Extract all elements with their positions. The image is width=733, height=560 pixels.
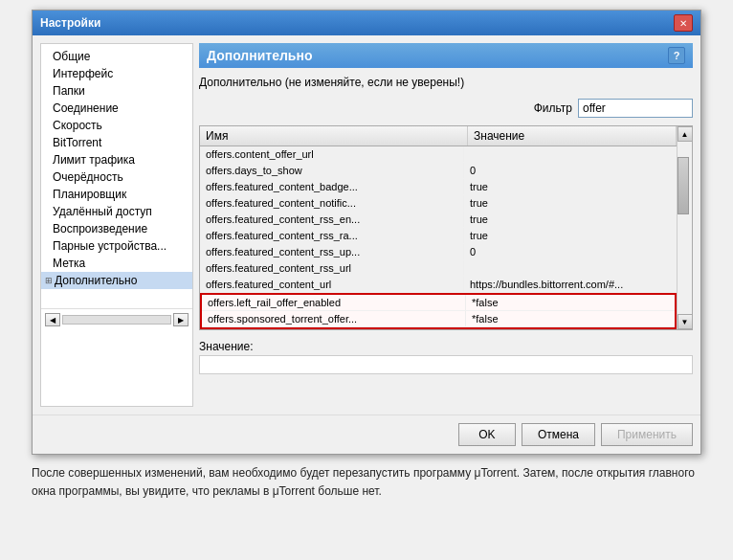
scroll-up-button[interactable]: ▲ xyxy=(677,126,693,142)
sidebar-forward-button[interactable]: ▶ xyxy=(173,313,189,326)
table-row[interactable]: offers.featured_content_rss_url xyxy=(200,260,677,277)
column-value: Значение xyxy=(468,126,677,146)
sidebar-scroll-track[interactable] xyxy=(62,315,171,325)
sidebar-item-playback[interactable]: Воспроизведение xyxy=(41,220,192,237)
close-button[interactable]: ✕ xyxy=(674,14,693,32)
table-row[interactable]: offers.featured_content_rss_up... 0 xyxy=(200,244,677,260)
value-label: Значение: xyxy=(199,340,693,353)
sidebar-back-button[interactable]: ◀ xyxy=(45,313,60,326)
sidebar-item-remote[interactable]: Удалённый доступ xyxy=(41,203,192,220)
content-subtitle: Дополнительно (не изменяйте, если не уве… xyxy=(199,74,693,91)
table-row-highlighted[interactable]: offers.sponsored_torrent_offer... *false xyxy=(202,311,675,327)
table-row[interactable]: offers.featured_content_url https://bund… xyxy=(200,277,677,293)
sidebar-item-label[interactable]: Метка xyxy=(41,255,192,272)
settings-table: Имя Значение offers.content_offer_url of… xyxy=(200,126,677,329)
content-area: Дополнительно ? Дополнительно (не изменя… xyxy=(199,43,693,407)
sidebar-item-folders[interactable]: Папки xyxy=(41,82,192,100)
filter-label: Фильтр xyxy=(534,101,572,115)
window-title: Настройки xyxy=(40,16,100,30)
table-body: offers.content_offer_url offers.days_to_… xyxy=(200,146,677,329)
table-row[interactable]: offers.featured_content_notific... true xyxy=(200,195,677,212)
table-row[interactable]: offers.content_offer_url xyxy=(200,146,677,163)
sidebar-item-bittorrent[interactable]: BitTorrent xyxy=(41,134,192,151)
sidebar-item-connection[interactable]: Соединение xyxy=(41,100,192,117)
scroll-thumb[interactable] xyxy=(677,157,689,214)
filter-input[interactable] xyxy=(578,99,693,118)
highlighted-rows-group: offers.left_rail_offer_enabled *false of… xyxy=(200,293,677,329)
title-bar: Настройки ✕ xyxy=(33,11,700,35)
sidebar-item-interface[interactable]: Интерфейс xyxy=(41,65,192,82)
filter-row: Фильтр xyxy=(199,97,693,120)
value-input[interactable] xyxy=(199,355,693,374)
table-row[interactable]: offers.days_to_show 0 xyxy=(200,163,677,179)
sidebar-item-queue[interactable]: Очерёдность xyxy=(41,168,192,186)
cancel-button[interactable]: Отмена xyxy=(522,423,595,446)
table-scrollbar[interactable]: ▲ ▼ xyxy=(677,126,692,329)
table-row[interactable]: offers.featured_content_badge... true xyxy=(200,179,677,195)
table-row[interactable]: offers.featured_content_rss_en... true xyxy=(200,212,677,228)
value-section: Значение: xyxy=(199,336,693,378)
sidebar-item-traffic-limit[interactable]: Лимит трафика xyxy=(41,151,192,168)
column-name: Имя xyxy=(200,126,468,146)
sidebar-item-speed[interactable]: Скорость xyxy=(41,117,192,134)
ok-button[interactable]: OK xyxy=(458,423,516,446)
help-button[interactable]: ? xyxy=(668,47,685,64)
apply-button[interactable]: Применить xyxy=(601,423,693,446)
scroll-down-button[interactable]: ▼ xyxy=(677,314,693,329)
expand-icon: ⊞ xyxy=(45,276,53,285)
table-row[interactable]: offers.featured_content_rss_ra... true xyxy=(200,228,677,244)
dialog-body: Общие Интерфейс Папки Соединение Скорост… xyxy=(33,35,700,414)
table-header: Имя Значение xyxy=(200,126,677,146)
sidebar-item-general[interactable]: Общие xyxy=(41,48,192,65)
settings-table-wrapper: Имя Значение offers.content_offer_url of… xyxy=(199,125,693,330)
settings-dialog: Настройки ✕ Общие Интерфейс Папки Соедин… xyxy=(32,10,701,455)
sidebar: Общие Интерфейс Папки Соединение Скорост… xyxy=(40,43,193,407)
sidebar-item-advanced[interactable]: ⊞ Дополнительно xyxy=(41,272,192,289)
sidebar-item-paired[interactable]: Парные устройства... xyxy=(41,237,192,255)
below-description: После совершенных изменений, вам необход… xyxy=(32,464,701,501)
content-header: Дополнительно ? xyxy=(199,43,693,68)
table-row-highlighted[interactable]: offers.left_rail_offer_enabled *false xyxy=(202,295,675,311)
dialog-footer: OK Отмена Применить xyxy=(33,414,700,454)
content-title: Дополнительно xyxy=(207,48,312,63)
title-bar-controls: ✕ xyxy=(674,14,693,32)
sidebar-item-scheduler[interactable]: Планировщик xyxy=(41,186,192,203)
